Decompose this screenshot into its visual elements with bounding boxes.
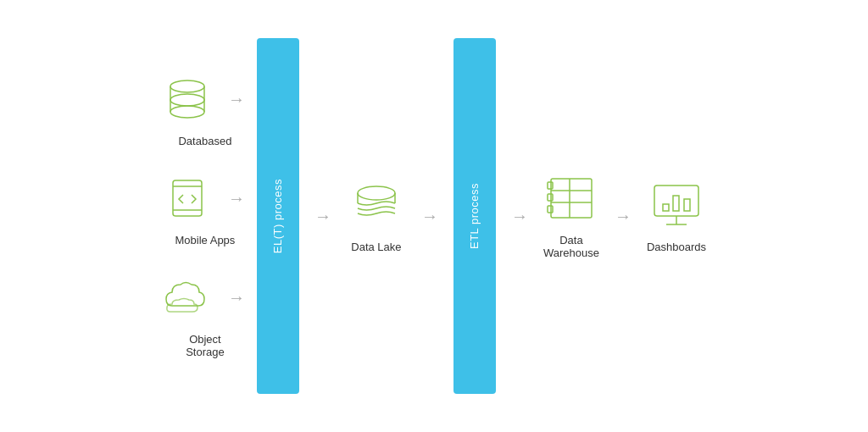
- data-lake-label: Data Lake: [351, 241, 401, 253]
- source-mobile-apps: → Mobile Apps: [162, 173, 248, 246]
- svg-point-3: [170, 94, 204, 106]
- node-dashboards: Dashboards: [647, 180, 706, 253]
- svg-rect-24: [673, 196, 679, 211]
- elt-process-bar: EL(T) process: [257, 38, 299, 394]
- databased-label: Databased: [178, 135, 231, 147]
- diagram-container: → Databased →: [0, 0, 868, 432]
- svg-rect-17: [548, 182, 553, 189]
- object-storage-label: ObjectStorage: [186, 333, 225, 358]
- etl-process-label: ETL process: [468, 183, 481, 249]
- arrow-before-etl: →: [421, 207, 438, 226]
- etl-process-bar: ETL process: [453, 38, 496, 394]
- node-data-warehouse: DataWarehouse: [543, 173, 599, 259]
- arrow-after-elt: →: [314, 207, 331, 226]
- data-lake-icon: [347, 180, 406, 230]
- elt-process-label: EL(T) process: [271, 179, 284, 253]
- source-object-storage: → ObjectStorage: [162, 272, 248, 358]
- object-storage-icon: [162, 272, 213, 323]
- data-warehouse-label: DataWarehouse: [543, 234, 599, 259]
- data-warehouse-icon: [544, 173, 598, 224]
- arrow-mobile: →: [228, 189, 245, 208]
- svg-rect-13: [551, 179, 592, 218]
- dashboards-icon: [649, 180, 704, 230]
- dashboards-label: Dashboards: [647, 241, 706, 253]
- database-icon: [162, 74, 213, 125]
- arrow-object-storage: →: [228, 288, 245, 307]
- mobile-apps-icon: [162, 173, 213, 224]
- source-databased: → Databased: [162, 74, 248, 147]
- arrow-databased: →: [228, 90, 245, 109]
- sources-column: → Databased →: [162, 74, 248, 358]
- svg-rect-18: [548, 194, 553, 201]
- svg-rect-25: [684, 199, 690, 211]
- arrow-to-dashboards: →: [615, 207, 632, 226]
- svg-point-0: [170, 80, 204, 92]
- arrow-after-etl: →: [511, 207, 528, 226]
- svg-rect-23: [663, 204, 669, 211]
- mobile-apps-label: Mobile Apps: [175, 234, 236, 246]
- node-data-lake: Data Lake: [347, 180, 406, 253]
- svg-rect-19: [548, 206, 553, 213]
- svg-point-6: [170, 106, 204, 118]
- svg-point-10: [358, 186, 395, 200]
